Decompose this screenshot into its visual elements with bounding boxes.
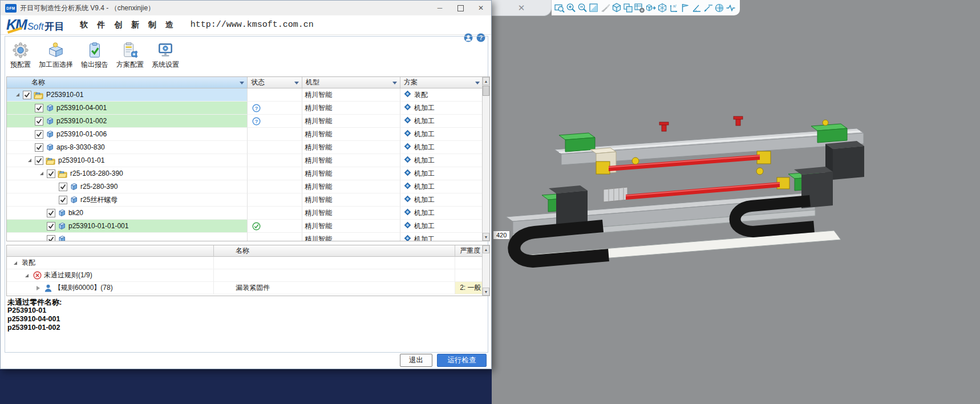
row-checkbox[interactable]	[47, 235, 55, 242]
part-icon	[58, 235, 66, 241]
brand-url[interactable]: http://www.kmsoft.com.cn	[191, 20, 314, 30]
toolbar-button-machining-face[interactable]: 加工面选择	[37, 41, 75, 71]
titlebar[interactable]: DFM 开目可制造性分析系统 V9.4 - （chenxinjie） ─ ✕	[1, 1, 491, 16]
machine-cell: 精川智能	[302, 141, 400, 154]
row-checkbox[interactable]	[35, 104, 43, 112]
row-checkbox[interactable]	[47, 169, 55, 178]
row-checkbox[interactable]	[59, 196, 67, 204]
table-row[interactable]: 精川智能机加工	[7, 233, 489, 241]
row-checkbox[interactable]	[35, 143, 43, 152]
table-row[interactable]: r25丝杆螺母精川智能机加工	[7, 193, 489, 207]
run-check-button[interactable]: 运行检查	[437, 354, 487, 367]
cad-3d-model[interactable]	[492, 15, 980, 404]
row-checkbox[interactable]	[23, 91, 31, 99]
plan-diamond-icon	[404, 169, 411, 178]
toolbar-button-output-report[interactable]: 输出报告	[79, 41, 110, 71]
result-row[interactable]: 装配	[7, 257, 489, 269]
table-row[interactable]: p253910-01-01-001精川智能机加工	[7, 220, 489, 233]
result-scrollbar[interactable]: ▲ ▼	[482, 245, 489, 296]
datum-icon[interactable]	[714, 2, 725, 14]
toolbar-button-system-settings[interactable]: 系统设置	[150, 41, 181, 71]
zoom-out-icon[interactable]	[577, 2, 588, 14]
row-checkbox[interactable]	[47, 209, 55, 217]
copy-view-icon[interactable]	[622, 2, 634, 14]
table-row[interactable]: r25-10t3-280-390精川智能机加工	[7, 167, 489, 180]
machine-cell: 精川智能	[302, 193, 400, 207]
table-row[interactable]: p253910-01-002?精川智能机加工	[7, 115, 489, 128]
result-header-name[interactable]: 名称	[214, 245, 455, 257]
failed-parts-list: P253910-01p253910-04-001p253910-01-002	[7, 306, 62, 332]
row-checkbox[interactable]	[35, 117, 43, 126]
plan-cell: 机加工	[400, 233, 483, 241]
explode-view-icon[interactable]	[645, 2, 657, 14]
scroll-up-icon[interactable]: ▲	[483, 245, 489, 253]
table-row[interactable]: p253910-01-006精川智能机加工	[7, 128, 489, 141]
expander-icon[interactable]	[34, 284, 42, 292]
table-row[interactable]: p253910-01-01精川智能机加工	[7, 154, 489, 167]
scroll-down-icon[interactable]: ▼	[483, 288, 489, 296]
filter-dropdown-icon[interactable]	[240, 82, 244, 84]
dfm-analysis-window: DFM 开目可制造性分析系统 V9.4 - （chenxinjie） ─ ✕ K…	[0, 0, 492, 369]
expander-icon[interactable]	[38, 169, 46, 177]
part-icon	[46, 117, 54, 125]
row-checkbox[interactable]	[47, 222, 55, 231]
column-header-3[interactable]: 方案	[400, 77, 483, 88]
expander-icon[interactable]	[26, 156, 34, 164]
table-row[interactable]: P253910-01精川智能装配	[7, 88, 489, 102]
iso-view-icon[interactable]	[611, 2, 622, 14]
expander-icon[interactable]	[23, 272, 31, 280]
help-icon[interactable]: ?	[476, 33, 485, 42]
result-row[interactable]: 未通过规则(1/9)	[7, 269, 489, 282]
table-row[interactable]: r25-280-390精川智能机加工	[7, 180, 489, 193]
row-checkbox[interactable]	[35, 130, 43, 139]
minimize-button[interactable]: ─	[430, 1, 450, 15]
result-tree-cell: 未通过规则(1/9)	[7, 269, 214, 282]
row-checkbox[interactable]	[59, 183, 67, 191]
scroll-up-icon[interactable]: ▲	[483, 77, 489, 85]
toolbar-button-preconfig-gear[interactable]: 预配置	[9, 41, 33, 71]
tree-table-header: 名称状态机型方案	[7, 77, 489, 88]
user-icon[interactable]	[464, 33, 473, 42]
machine-cell: 精川智能	[302, 154, 400, 167]
zoom-window-icon[interactable]	[554, 2, 565, 14]
toolbar-button-plan-config[interactable]: 方案配置	[115, 41, 145, 71]
flag-icon[interactable]	[679, 2, 691, 14]
logo-cn: 开目	[44, 20, 64, 33]
coordinate-dim-icon[interactable]: x/	[668, 2, 679, 14]
tree-name-cell: bk20	[7, 207, 248, 220]
scroll-thumb[interactable]	[483, 86, 489, 96]
filter-dropdown-icon[interactable]	[392, 82, 397, 84]
plan-cell: 机加工	[400, 102, 483, 115]
result-row[interactable]: 【规则60000】(78)漏装紧固件2: 一般	[7, 282, 489, 294]
wireframe-view-icon[interactable]	[657, 2, 668, 14]
tree-table-scrollbar[interactable]: ▲ ▼	[482, 77, 489, 241]
table-row[interactable]: p253910-04-001?精川智能机加工	[7, 102, 489, 115]
shaded-view-icon[interactable]	[588, 2, 600, 14]
column-header-1[interactable]: 状态	[248, 77, 302, 88]
section-icon[interactable]	[725, 2, 736, 14]
close-button[interactable]: ✕	[471, 1, 491, 15]
table-row[interactable]: aps-8-3030-830精川智能机加工	[7, 141, 489, 154]
table-row[interactable]: bk20精川智能机加工	[7, 207, 489, 220]
cad-viewport[interactable]: ✕ x/ 420	[492, 0, 980, 404]
leader-note-icon[interactable]	[702, 2, 714, 14]
row-checkbox[interactable]	[35, 156, 43, 165]
angle-measure-icon[interactable]	[691, 2, 702, 14]
exit-button[interactable]: 退出	[400, 354, 432, 367]
close-icon[interactable]: ✕	[518, 3, 525, 12]
maximize-button[interactable]	[450, 1, 471, 15]
svg-text:?: ?	[255, 106, 258, 111]
expander-icon[interactable]	[11, 259, 19, 267]
brush-icon[interactable]	[600, 2, 611, 14]
zoom-in-icon[interactable]	[565, 2, 577, 14]
expander-icon[interactable]	[14, 91, 22, 99]
column-header-2[interactable]: 机型	[302, 77, 400, 88]
svg-text:x/: x/	[673, 4, 677, 8]
brand-slogan: 软 件 创 新 制 造	[80, 20, 176, 30]
filter-dropdown-icon[interactable]	[475, 82, 480, 84]
snapshot-icon[interactable]	[634, 2, 645, 14]
machine-cell: 精川智能	[302, 233, 400, 241]
column-header-0[interactable]: 名称	[7, 77, 248, 88]
scroll-down-icon[interactable]: ▼	[483, 233, 489, 241]
filter-dropdown-icon[interactable]	[294, 82, 299, 84]
